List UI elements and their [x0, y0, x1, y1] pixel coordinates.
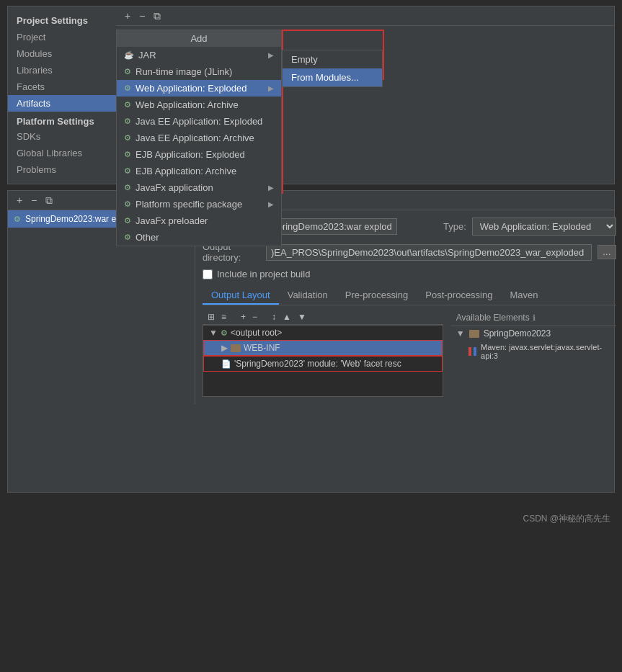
avail-item-springdemo[interactable]: ▼ SpringDemo2023: [450, 326, 616, 341]
submenu: Empty From Modules...: [282, 50, 383, 87]
avail-expand-icon: ▼: [456, 328, 465, 339]
available-elements-panel: Available Elements ℹ ▼ SpringDemo2023: [450, 310, 616, 397]
web-exploded-icon: ⚙: [124, 84, 131, 93]
add-menu-web-app-archive[interactable]: ⚙ Web Application: Archive: [117, 97, 281, 113]
jar-icon: ☕: [124, 50, 134, 60]
project-settings-header: Project Settings: [8, 12, 116, 29]
output-dir-browse-button[interactable]: …: [597, 245, 616, 259]
nav-item-sdks[interactable]: SDKs: [8, 128, 116, 145]
javaee-archive-icon: ⚙: [124, 133, 131, 143]
tab-validation[interactable]: Validation: [279, 287, 337, 305]
web-archive-icon: ⚙: [124, 100, 131, 109]
avail-item-maven-servlet[interactable]: Maven: javax.servlet:javax.servlet-api:3: [450, 341, 616, 362]
add-menu-web-app-exploded[interactable]: ⚙ Web Application: Exploded ▶: [117, 80, 281, 97]
nav-item-facets[interactable]: Facets: [8, 79, 116, 95]
bottom-toolbar: + − ⧉: [8, 191, 614, 210]
add-menu-runtime-image[interactable]: ⚙ Run-time image (JLink): [117, 63, 281, 80]
tree-list-button[interactable]: ≡: [219, 311, 228, 323]
tree-add-button[interactable]: +: [239, 311, 248, 323]
nav-item-problems[interactable]: Problems: [8, 161, 116, 178]
add-menu-javaee-exploded[interactable]: ⚙ Java EE Application: Exploded: [117, 113, 281, 130]
javafx-app-arrow-icon: ▶: [268, 184, 274, 192]
output-tree-container: ⊞ ≡ + − ↕ ▲ ▼ ▼ ⚙: [203, 310, 443, 397]
facet-resource-icon: 📄: [221, 359, 231, 369]
output-layout-area: ⊞ ≡ + − ↕ ▲ ▼ ▼ ⚙: [203, 310, 616, 397]
nav-item-artifacts[interactable]: Artifacts: [8, 95, 116, 112]
type-select[interactable]: Web Application: Exploded: [472, 218, 616, 236]
submenu-empty[interactable]: Empty: [283, 50, 382, 68]
type-label: Type:: [443, 221, 466, 232]
web-inf-folder-icon: [231, 344, 241, 352]
bottom-section: + − ⧉ ⚙ SpringDemo2023:war exploded Name…: [7, 190, 615, 493]
platform-package-arrow-icon: ▶: [268, 200, 274, 208]
nav-item-libraries[interactable]: Libraries: [8, 62, 116, 79]
add-menu-javafx-app[interactable]: ⚙ JavaFx application ▶: [117, 179, 281, 196]
bottom-content: ⚙ SpringDemo2023:war exploded Name: Type…: [8, 210, 614, 404]
include-in-project-build-checkbox[interactable]: [203, 269, 213, 279]
add-menu-header: Add: [117, 30, 281, 47]
nav-item-global-libraries[interactable]: Global Libraries: [8, 145, 116, 161]
bottom-add-button[interactable]: +: [14, 194, 25, 207]
nav-item-modules[interactable]: Modules: [8, 45, 116, 62]
tree-up-button[interactable]: ▲: [280, 311, 293, 323]
tab-output-layout[interactable]: Output Layout: [203, 287, 279, 305]
output-root-icon: ⚙: [221, 328, 228, 338]
platform-package-icon: ⚙: [124, 200, 131, 209]
add-menu-javafx-preloader[interactable]: ⚙ JavaFx preloader: [117, 212, 281, 229]
available-elements-info-icon: ℹ: [533, 313, 536, 323]
submenu-from-modules[interactable]: From Modules...: [283, 68, 382, 86]
platform-settings-header: Platform Settings: [8, 112, 116, 128]
tree-down-button[interactable]: ▼: [296, 311, 308, 323]
tab-maven[interactable]: Maven: [501, 287, 546, 305]
other-icon: ⚙: [124, 233, 131, 242]
name-input[interactable]: [266, 218, 397, 235]
bottom-remove-button[interactable]: −: [28, 194, 40, 207]
remove-button[interactable]: −: [136, 9, 148, 22]
runtime-icon: ⚙: [124, 67, 131, 76]
include-in-project-build-row: Include in project build: [203, 269, 616, 279]
tree-toolbar: ⊞ ≡ + − ↕ ▲ ▼: [203, 310, 443, 325]
output-root-expand-icon: ▼: [209, 328, 218, 338]
nav-item-project[interactable]: Project: [8, 29, 116, 45]
avail-maven-icon: [468, 347, 476, 356]
artifact-icon: ⚙: [14, 215, 21, 224]
include-in-project-build-label: Include in project build: [217, 269, 310, 279]
javaee-exploded-icon: ⚙: [124, 117, 131, 126]
tree-sort-button[interactable]: ↕: [270, 311, 278, 323]
left-nav: Project Settings Project Modules Librari…: [8, 6, 116, 184]
ejb-exploded-icon: ⚙: [124, 150, 131, 159]
add-menu-ejb-archive[interactable]: ⚙ EJB Application: Archive: [117, 163, 281, 179]
output-dir-input[interactable]: [266, 244, 592, 261]
copy-button[interactable]: ⧉: [151, 9, 164, 22]
ejb-archive-icon: ⚙: [124, 166, 131, 176]
tab-pre-processing[interactable]: Pre-processing: [337, 287, 417, 305]
add-button[interactable]: +: [122, 9, 133, 22]
add-menu-jar[interactable]: ☕ JAR ▶: [117, 47, 281, 63]
add-menu-platform-package[interactable]: ⚙ Platform specific package ▶: [117, 196, 281, 212]
jar-arrow-icon: ▶: [268, 51, 274, 59]
add-menu-ejb-exploded[interactable]: ⚙ EJB Application: Exploded: [117, 146, 281, 163]
tabs-row: Output Layout Validation Pre-processing …: [203, 287, 616, 305]
avail-springdemo-folder-icon: [469, 330, 479, 338]
add-menu: Add ☕ JAR ▶ ⚙ Run-time image (JLink) ⚙ W…: [116, 30, 282, 246]
bottom-copy-button[interactable]: ⧉: [43, 194, 55, 207]
tab-post-processing[interactable]: Post-processing: [417, 287, 501, 305]
top-section: Project Settings Project Modules Librari…: [7, 6, 615, 184]
tree-item-facet-resource[interactable]: 📄 'SpringDemo2023' module: 'Web' facet r…: [203, 356, 443, 372]
web-inf-expand-icon: ▶: [221, 343, 228, 353]
output-tree: ▼ ⚙ <output root> ▶ WEB-INF 📄: [203, 325, 443, 397]
javafx-app-icon: ⚙: [124, 183, 131, 192]
tree-item-web-inf[interactable]: ▶ WEB-INF: [203, 340, 443, 356]
main-dropdown-area: + − ⧉ Add ☕ JAR ▶ ⚙ Run-time image (JLin…: [116, 6, 614, 184]
top-toolbar: + − ⧉: [116, 6, 614, 26]
add-menu-javaee-archive[interactable]: ⚙ Java EE Application: Archive: [117, 130, 281, 146]
tree-item-output-root[interactable]: ▼ ⚙ <output root>: [203, 326, 443, 340]
available-elements-header: Available Elements ℹ: [450, 310, 616, 326]
tree-grid-button[interactable]: ⊞: [205, 311, 217, 323]
add-menu-other[interactable]: ⚙ Other: [117, 229, 281, 246]
tree-remove-button[interactable]: −: [250, 311, 259, 323]
watermark: CSDN @神秘的高先生: [0, 507, 622, 531]
web-exploded-arrow-icon: ▶: [268, 84, 274, 92]
javafx-preloader-icon: ⚙: [124, 216, 131, 225]
